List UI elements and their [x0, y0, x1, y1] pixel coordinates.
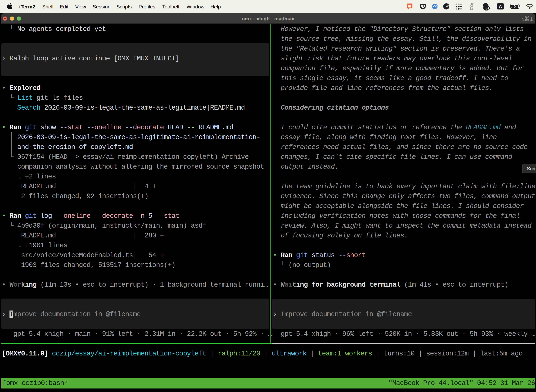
svg-text:..61: ..61 — [483, 6, 489, 10]
svg-text:A: A — [499, 4, 502, 9]
